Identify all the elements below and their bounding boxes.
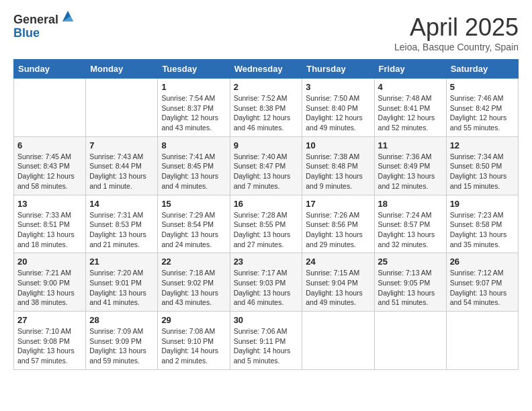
- calendar-cell: 17Sunrise: 7:26 AM Sunset: 8:56 PM Dayli…: [302, 195, 374, 253]
- day-number: 20: [17, 257, 82, 267]
- day-number: 17: [306, 199, 370, 209]
- day-number: 26: [450, 257, 515, 267]
- day-number: 6: [17, 140, 82, 150]
- header-friday: Friday: [374, 60, 446, 79]
- day-number: 27: [17, 315, 82, 325]
- cell-content: Sunrise: 7:18 AM Sunset: 9:02 PM Dayligh…: [161, 268, 226, 308]
- cell-content: Sunrise: 7:54 AM Sunset: 8:37 PM Dayligh…: [161, 93, 226, 133]
- header-tuesday: Tuesday: [158, 60, 230, 79]
- calendar-table: SundayMondayTuesdayWednesdayThursdayFrid…: [13, 59, 519, 370]
- cell-content: Sunrise: 7:48 AM Sunset: 8:41 PM Dayligh…: [378, 93, 443, 133]
- cell-content: Sunrise: 7:20 AM Sunset: 9:01 PM Dayligh…: [89, 268, 154, 308]
- day-number: 30: [234, 315, 299, 325]
- calendar-cell: 13Sunrise: 7:33 AM Sunset: 8:51 PM Dayli…: [14, 195, 86, 253]
- cell-content: Sunrise: 7:21 AM Sunset: 9:00 PM Dayligh…: [17, 268, 82, 308]
- calendar-cell: 19Sunrise: 7:23 AM Sunset: 8:58 PM Dayli…: [446, 195, 518, 253]
- calendar-cell: 20Sunrise: 7:21 AM Sunset: 9:00 PM Dayli…: [14, 253, 86, 312]
- calendar-cell: 12Sunrise: 7:34 AM Sunset: 8:50 PM Dayli…: [446, 136, 518, 195]
- calendar-cell: 21Sunrise: 7:20 AM Sunset: 9:01 PM Dayli…: [86, 253, 158, 312]
- calendar-cell: 1Sunrise: 7:54 AM Sunset: 8:37 PM Daylig…: [158, 79, 230, 137]
- day-number: 12: [450, 140, 515, 150]
- calendar-week-row: 1Sunrise: 7:54 AM Sunset: 8:37 PM Daylig…: [14, 79, 519, 137]
- day-number: 24: [306, 257, 370, 267]
- day-number: 8: [161, 140, 226, 150]
- calendar-cell: 26Sunrise: 7:12 AM Sunset: 9:07 PM Dayli…: [446, 253, 518, 312]
- cell-content: Sunrise: 7:34 AM Sunset: 8:50 PM Dayligh…: [450, 152, 515, 191]
- logo: General Blue: [13, 13, 76, 40]
- calendar-cell: 4Sunrise: 7:48 AM Sunset: 8:41 PM Daylig…: [374, 79, 446, 137]
- cell-content: Sunrise: 7:08 AM Sunset: 9:10 PM Dayligh…: [161, 326, 226, 366]
- cell-content: Sunrise: 7:26 AM Sunset: 8:56 PM Dayligh…: [306, 210, 370, 250]
- calendar-cell: 3Sunrise: 7:50 AM Sunset: 8:40 PM Daylig…: [302, 79, 374, 137]
- day-number: 15: [161, 199, 226, 209]
- calendar-week-row: 27Sunrise: 7:10 AM Sunset: 9:08 PM Dayli…: [14, 312, 519, 370]
- calendar-cell: 29Sunrise: 7:08 AM Sunset: 9:10 PM Dayli…: [158, 312, 230, 370]
- day-number: 14: [89, 199, 154, 209]
- calendar-cell: 9Sunrise: 7:40 AM Sunset: 8:47 PM Daylig…: [230, 136, 302, 195]
- cell-content: Sunrise: 7:10 AM Sunset: 9:08 PM Dayligh…: [17, 326, 82, 366]
- cell-content: Sunrise: 7:43 AM Sunset: 8:44 PM Dayligh…: [89, 152, 154, 191]
- calendar-cell: 25Sunrise: 7:13 AM Sunset: 9:05 PM Dayli…: [374, 253, 446, 312]
- header: General Blue April 2025 Leioa, Basque Co…: [13, 13, 519, 52]
- calendar-cell: 22Sunrise: 7:18 AM Sunset: 9:02 PM Dayli…: [158, 253, 230, 312]
- calendar-cell: 8Sunrise: 7:41 AM Sunset: 8:45 PM Daylig…: [158, 136, 230, 195]
- calendar-cell: 27Sunrise: 7:10 AM Sunset: 9:08 PM Dayli…: [14, 312, 86, 370]
- calendar-cell: 24Sunrise: 7:15 AM Sunset: 9:04 PM Dayli…: [302, 253, 374, 312]
- cell-content: Sunrise: 7:31 AM Sunset: 8:53 PM Dayligh…: [89, 210, 154, 250]
- cell-content: Sunrise: 7:46 AM Sunset: 8:42 PM Dayligh…: [450, 93, 515, 133]
- calendar-cell: 7Sunrise: 7:43 AM Sunset: 8:44 PM Daylig…: [86, 136, 158, 195]
- calendar-cell: 18Sunrise: 7:24 AM Sunset: 8:57 PM Dayli…: [374, 195, 446, 253]
- header-monday: Monday: [86, 60, 158, 79]
- cell-content: Sunrise: 7:36 AM Sunset: 8:49 PM Dayligh…: [378, 152, 443, 191]
- cell-content: Sunrise: 7:13 AM Sunset: 9:05 PM Dayligh…: [378, 268, 443, 308]
- day-number: 22: [161, 257, 226, 267]
- day-number: 21: [89, 257, 154, 267]
- cell-content: Sunrise: 7:50 AM Sunset: 8:40 PM Dayligh…: [306, 93, 370, 133]
- calendar-cell: 6Sunrise: 7:45 AM Sunset: 8:43 PM Daylig…: [14, 136, 86, 195]
- month-title: April 2025: [394, 13, 519, 42]
- day-number: 13: [17, 199, 82, 209]
- logo-blue-text: Blue: [13, 27, 58, 40]
- header-saturday: Saturday: [446, 60, 518, 79]
- calendar-cell: [14, 79, 86, 137]
- cell-content: Sunrise: 7:23 AM Sunset: 8:58 PM Dayligh…: [450, 210, 515, 250]
- calendar-cell: 30Sunrise: 7:06 AM Sunset: 9:11 PM Dayli…: [230, 312, 302, 370]
- day-number: 3: [306, 82, 370, 92]
- cell-content: Sunrise: 7:41 AM Sunset: 8:45 PM Dayligh…: [161, 152, 226, 191]
- calendar-week-row: 6Sunrise: 7:45 AM Sunset: 8:43 PM Daylig…: [14, 136, 519, 195]
- cell-content: Sunrise: 7:12 AM Sunset: 9:07 PM Dayligh…: [450, 268, 515, 308]
- calendar-cell: 14Sunrise: 7:31 AM Sunset: 8:53 PM Dayli…: [86, 195, 158, 253]
- calendar-cell: 28Sunrise: 7:09 AM Sunset: 9:09 PM Dayli…: [86, 312, 158, 370]
- day-number: 1: [161, 82, 226, 92]
- calendar-cell: [302, 312, 374, 370]
- day-number: 25: [378, 257, 443, 267]
- calendar-cell: [446, 312, 518, 370]
- calendar-cell: 10Sunrise: 7:38 AM Sunset: 8:48 PM Dayli…: [302, 136, 374, 195]
- calendar-cell: 16Sunrise: 7:28 AM Sunset: 8:55 PM Dayli…: [230, 195, 302, 253]
- day-number: 11: [378, 140, 443, 150]
- cell-content: Sunrise: 7:15 AM Sunset: 9:04 PM Dayligh…: [306, 268, 370, 308]
- day-number: 10: [306, 140, 370, 150]
- cell-content: Sunrise: 7:28 AM Sunset: 8:55 PM Dayligh…: [234, 210, 299, 250]
- day-number: 29: [161, 315, 226, 325]
- cell-content: Sunrise: 7:52 AM Sunset: 8:38 PM Dayligh…: [234, 93, 299, 133]
- day-number: 9: [234, 140, 299, 150]
- cell-content: Sunrise: 7:45 AM Sunset: 8:43 PM Dayligh…: [17, 152, 82, 191]
- calendar-week-row: 13Sunrise: 7:33 AM Sunset: 8:51 PM Dayli…: [14, 195, 519, 253]
- day-number: 28: [89, 315, 154, 325]
- calendar-cell: [86, 79, 158, 137]
- calendar-header-row: SundayMondayTuesdayWednesdayThursdayFrid…: [14, 60, 519, 79]
- header-sunday: Sunday: [14, 60, 86, 79]
- day-number: 18: [378, 199, 443, 209]
- header-wednesday: Wednesday: [230, 60, 302, 79]
- day-number: 23: [234, 257, 299, 267]
- day-number: 16: [234, 199, 299, 209]
- title-area: April 2025 Leioa, Basque Country, Spain: [394, 13, 519, 52]
- logo-general-text: General: [13, 13, 58, 27]
- calendar-cell: 11Sunrise: 7:36 AM Sunset: 8:49 PM Dayli…: [374, 136, 446, 195]
- cell-content: Sunrise: 7:17 AM Sunset: 9:03 PM Dayligh…: [234, 268, 299, 308]
- cell-content: Sunrise: 7:29 AM Sunset: 8:54 PM Dayligh…: [161, 210, 226, 250]
- cell-content: Sunrise: 7:38 AM Sunset: 8:48 PM Dayligh…: [306, 152, 370, 191]
- header-thursday: Thursday: [302, 60, 374, 79]
- calendar-cell: [374, 312, 446, 370]
